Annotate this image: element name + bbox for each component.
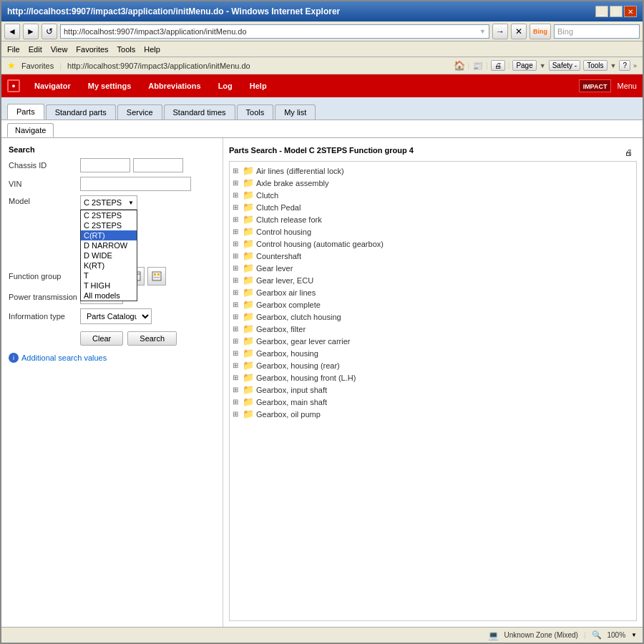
menu-view[interactable]: View: [51, 45, 68, 54]
model-option-0[interactable]: C 2STEPS: [81, 210, 137, 220]
model-option-1[interactable]: C 2STEPS: [81, 220, 137, 230]
expander-icon-15: ⊞: [233, 349, 243, 357]
tree-item-1[interactable]: ⊞ 📁 Axle brake assembly: [233, 177, 633, 189]
model-dropdown-arrow: ▼: [128, 200, 134, 206]
print-toolbar-button[interactable]: 🖨: [491, 60, 505, 71]
menu-edit[interactable]: Edit: [29, 45, 42, 54]
menu-help[interactable]: Help: [144, 45, 160, 54]
nav-help[interactable]: Help: [241, 79, 275, 93]
tree-item-11[interactable]: ⊞ 📁 Gearbox complete: [233, 298, 633, 311]
tree-label-8: Gear lever: [256, 264, 293, 273]
tree-item-16[interactable]: ⊞ 📁 Gearbox, housing (rear): [233, 359, 633, 371]
safety-button[interactable]: Safety -: [549, 60, 580, 71]
menu-favorites[interactable]: Favorites: [76, 45, 108, 54]
status-divider: |: [584, 631, 586, 639]
minimize-button[interactable]: _: [595, 6, 608, 17]
maximize-button[interactable]: □: [610, 6, 623, 17]
tree-item-13[interactable]: ⊞ 📁 Gearbox, filter: [233, 323, 633, 335]
address-bar[interactable]: http://localhost:9907/impact3/applicatio…: [60, 24, 489, 39]
tree-item-5[interactable]: ⊞ 📁 Control housing: [233, 225, 633, 238]
print-button[interactable]: 🖨: [620, 144, 637, 161]
favorites-label[interactable]: Favorites: [21, 62, 54, 70]
tree-item-19[interactable]: ⊞ 📁 Gearbox, main shaft: [233, 396, 633, 408]
tab-standard-times[interactable]: Standard times: [164, 104, 235, 119]
help-toolbar-button[interactable]: ?: [619, 60, 630, 71]
nav-my-settings[interactable]: My settings: [79, 79, 140, 93]
stop-button[interactable]: ✕: [511, 24, 527, 39]
model-option-3[interactable]: D NARROW: [81, 240, 137, 250]
model-option-7[interactable]: T HIGH: [81, 280, 137, 291]
vin-input[interactable]: [80, 177, 191, 191]
tree-item-12[interactable]: ⊞ 📁 Gearbox, clutch housing: [233, 311, 633, 323]
chassis-id-input2[interactable]: [133, 158, 183, 172]
tree-item-7[interactable]: ⊞ 📁 Countershaft: [233, 250, 633, 262]
model-select-button[interactable]: C 2STEPS ▼: [80, 195, 137, 210]
model-option-5[interactable]: K(RT): [81, 260, 137, 270]
tree-item-2[interactable]: ⊞ 📁 Clutch: [233, 189, 633, 201]
tree-label-3: Clutch Pedal: [256, 203, 301, 212]
expander-icon-4: ⊞: [233, 215, 243, 223]
tab-service[interactable]: Service: [117, 104, 162, 119]
info-type-select[interactable]: Parts Catalogue: [80, 308, 152, 324]
tab-standard-parts[interactable]: Standard parts: [46, 104, 116, 119]
tools-button[interactable]: Tools: [583, 60, 607, 71]
tree-item-6[interactable]: ⊞ 📁 Control housing (automatic gearbox): [233, 238, 633, 250]
home-icon[interactable]: 🏠: [454, 60, 465, 71]
model-option-8[interactable]: All models: [81, 291, 137, 301]
tree-item-20[interactable]: ⊞ 📁 Gearbox, oil pump: [233, 408, 633, 420]
nav-log[interactable]: Log: [210, 79, 241, 93]
zoom-arrow[interactable]: ▼: [631, 632, 637, 638]
tree-item-8[interactable]: ⊞ 📁 Gear lever: [233, 262, 633, 274]
svg-rect-4: [152, 272, 161, 280]
favorites-url[interactable]: http://localhost:9907/impact3/applicatio…: [67, 62, 250, 70]
back-button[interactable]: ◄: [4, 24, 20, 39]
bing-icon: Bing: [530, 24, 551, 39]
vin-label: VIN: [9, 180, 80, 188]
navigate-tab-bar: Navigate: [1, 120, 643, 138]
tree-label-11: Gearbox complete: [256, 301, 321, 309]
navigate-tab[interactable]: Navigate: [7, 123, 54, 137]
search-button[interactable]: Search: [127, 331, 177, 346]
tab-parts[interactable]: Parts: [7, 104, 44, 119]
menu-tools[interactable]: Tools: [117, 45, 136, 54]
function-group-btn2[interactable]: [147, 267, 166, 286]
rss-icon[interactable]: 📰: [472, 61, 483, 71]
nav-abbreviations[interactable]: Abbreviations: [140, 79, 209, 93]
tree-item-15[interactable]: ⊞ 📁 Gearbox, housing: [233, 347, 633, 359]
tree-item-0[interactable]: ⊞ 📁 Air lines (differential lock): [233, 165, 633, 177]
tree-item-9[interactable]: ⊞ 📁 Gear lever, ECU: [233, 274, 633, 286]
tree-label-2: Clutch: [256, 191, 278, 200]
tree-label-9: Gear lever, ECU: [256, 276, 313, 285]
app-menu-text[interactable]: Menu: [617, 82, 637, 90]
browser-search[interactable]: Bing: [554, 24, 640, 39]
go-button[interactable]: →: [492, 24, 508, 39]
refresh-button[interactable]: ↺: [42, 24, 57, 39]
model-option-4[interactable]: D WIDE: [81, 250, 137, 260]
nav-navigator[interactable]: Navigator: [26, 79, 79, 93]
page-button[interactable]: Page: [512, 60, 536, 71]
expander-icon-14: ⊞: [233, 337, 243, 345]
menu-file[interactable]: File: [7, 45, 20, 54]
forward-button[interactable]: ►: [23, 24, 39, 39]
close-button[interactable]: ✕: [624, 6, 637, 17]
tree-item-3[interactable]: ⊞ 📁 Clutch Pedal: [233, 201, 633, 213]
tree-item-14[interactable]: ⊞ 📁 Gearbox, gear lever carrier: [233, 335, 633, 347]
chassis-id-input1[interactable]: [80, 158, 130, 172]
tree-label-13: Gearbox, filter: [256, 325, 306, 333]
tree-item-10[interactable]: ⊞ 📁 Gearbox air lines: [233, 286, 633, 298]
tab-tools[interactable]: Tools: [237, 104, 274, 119]
tree-label-10: Gearbox air lines: [256, 288, 316, 297]
folder-icon-5: 📁: [243, 226, 254, 237]
clear-button[interactable]: Clear: [80, 331, 123, 346]
tab-my-list[interactable]: My list: [275, 104, 316, 119]
tree-item-4[interactable]: ⊞ 📁 Clutch release fork: [233, 213, 633, 225]
model-option-2[interactable]: C(RT): [81, 230, 137, 240]
parts-tree: ⊞ 📁 Air lines (differential lock) ⊞ 📁 Ax…: [229, 161, 637, 621]
tree-item-17[interactable]: ⊞ 📁 Gearbox, housing front (L.H): [233, 371, 633, 384]
tree-item-18[interactable]: ⊞ 📁 Gearbox, input shaft: [233, 384, 633, 396]
expander-icon-2: ⊞: [233, 191, 243, 199]
additional-search-link[interactable]: i Additional search values: [9, 353, 215, 363]
main-panel: Search Chassis ID VIN Model: [1, 138, 643, 627]
folder-icon-6: 📁: [243, 238, 254, 249]
model-option-6[interactable]: T: [81, 270, 137, 280]
